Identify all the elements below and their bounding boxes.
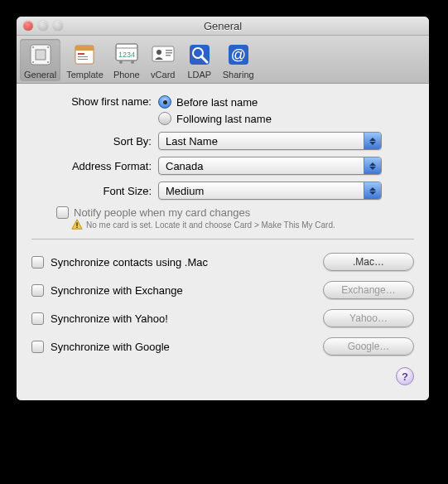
svg-rect-18 bbox=[166, 50, 172, 51]
sync-exchange-label: Synchronize with Exchange bbox=[51, 284, 183, 297]
svg-text:@: @ bbox=[231, 46, 246, 63]
template-icon bbox=[71, 41, 98, 68]
svg-point-2 bbox=[32, 46, 34, 48]
tab-label: Template bbox=[66, 70, 104, 80]
radio-following-last-name[interactable] bbox=[158, 112, 171, 125]
svg-rect-26 bbox=[76, 227, 77, 228]
svg-point-5 bbox=[47, 61, 49, 63]
svg-rect-25 bbox=[76, 222, 77, 225]
tab-vcard[interactable]: vCard bbox=[146, 39, 181, 81]
vcard-icon bbox=[150, 41, 176, 68]
svg-point-3 bbox=[47, 46, 49, 48]
yahoo-button[interactable]: Yahoo… bbox=[323, 309, 414, 327]
first-name-label: Show first name: bbox=[31, 95, 158, 108]
address-format-select[interactable]: Canada bbox=[158, 157, 382, 175]
tab-sharing[interactable]: @ Sharing bbox=[219, 39, 258, 81]
phone-icon: 1234 bbox=[113, 41, 140, 68]
svg-rect-8 bbox=[78, 53, 84, 55]
sync-mac-label: Synchronize contacts using .Mac bbox=[51, 256, 208, 269]
general-icon bbox=[27, 41, 54, 68]
help-button[interactable]: ? bbox=[396, 367, 414, 385]
google-button[interactable]: Google… bbox=[323, 337, 414, 356]
titlebar[interactable]: General bbox=[17, 17, 429, 36]
svg-rect-19 bbox=[166, 52, 172, 54]
sync-google-label: Synchronize with Google bbox=[51, 341, 170, 353]
divider bbox=[31, 239, 414, 240]
zoom-icon[interactable] bbox=[53, 21, 63, 31]
svg-point-17 bbox=[157, 50, 161, 55]
tab-label: General bbox=[24, 70, 56, 80]
tab-phone[interactable]: 1234 Phone bbox=[109, 39, 144, 81]
chevron-updown-icon bbox=[364, 157, 381, 174]
radio-label: Following last name bbox=[176, 113, 272, 125]
sort-by-label: Sort By: bbox=[31, 135, 158, 148]
font-size-label: Font Size: bbox=[31, 185, 158, 197]
sync-yahoo-label: Synchronize with Yahoo! bbox=[51, 312, 168, 325]
address-format-label: Address Format: bbox=[31, 160, 158, 172]
toolbar: General Template 1234 Phone vCard LDAP bbox=[17, 36, 429, 84]
sort-by-select[interactable]: Last Name bbox=[158, 132, 382, 150]
sync-exchange-checkbox[interactable] bbox=[31, 284, 44, 297]
minimize-icon[interactable] bbox=[38, 21, 48, 31]
exchange-button[interactable]: Exchange… bbox=[323, 281, 414, 299]
select-value: Last Name bbox=[166, 135, 218, 148]
tab-label: Sharing bbox=[223, 70, 254, 80]
chevron-updown-icon bbox=[364, 182, 381, 199]
notify-label: Notify people when my card changes bbox=[74, 206, 250, 219]
ldap-icon bbox=[186, 41, 213, 68]
sync-mac-checkbox[interactable] bbox=[31, 256, 44, 269]
traffic-lights bbox=[23, 21, 63, 31]
tab-template[interactable]: Template bbox=[62, 39, 108, 81]
svg-text:1234: 1234 bbox=[118, 51, 135, 59]
sync-yahoo-checkbox[interactable] bbox=[31, 312, 44, 325]
select-value: Canada bbox=[166, 160, 204, 172]
svg-rect-10 bbox=[78, 59, 88, 60]
tab-label: LDAP bbox=[187, 70, 211, 80]
window-title: General bbox=[17, 20, 429, 32]
radio-before-last-name[interactable] bbox=[158, 95, 171, 109]
tab-label: Phone bbox=[113, 70, 140, 80]
font-size-select[interactable]: Medium bbox=[158, 182, 382, 200]
preferences-window: General General Template 1234 Phone vCar… bbox=[17, 17, 429, 400]
notify-checkbox[interactable] bbox=[56, 206, 69, 219]
chevron-updown-icon bbox=[364, 133, 381, 149]
warning-icon bbox=[71, 219, 83, 230]
mac-button[interactable]: .Mac… bbox=[323, 253, 414, 271]
tab-ldap[interactable]: LDAP bbox=[182, 39, 217, 81]
tab-general[interactable]: General bbox=[20, 39, 60, 81]
sharing-icon: @ bbox=[225, 41, 252, 68]
notify-hint: No me card is set. Locate it and choose … bbox=[86, 220, 335, 230]
svg-rect-1 bbox=[36, 50, 46, 60]
svg-point-14 bbox=[119, 60, 123, 64]
sync-google-checkbox[interactable] bbox=[31, 341, 44, 353]
svg-point-4 bbox=[32, 61, 34, 63]
svg-rect-20 bbox=[166, 55, 171, 56]
svg-rect-9 bbox=[78, 56, 88, 57]
svg-rect-7 bbox=[75, 46, 94, 51]
close-icon[interactable] bbox=[23, 21, 33, 31]
tab-label: vCard bbox=[151, 70, 175, 80]
content-pane: Show first name: Before last name Follow… bbox=[17, 84, 429, 400]
select-value: Medium bbox=[166, 185, 204, 197]
radio-label: Before last name bbox=[176, 96, 258, 109]
svg-point-15 bbox=[131, 60, 134, 64]
